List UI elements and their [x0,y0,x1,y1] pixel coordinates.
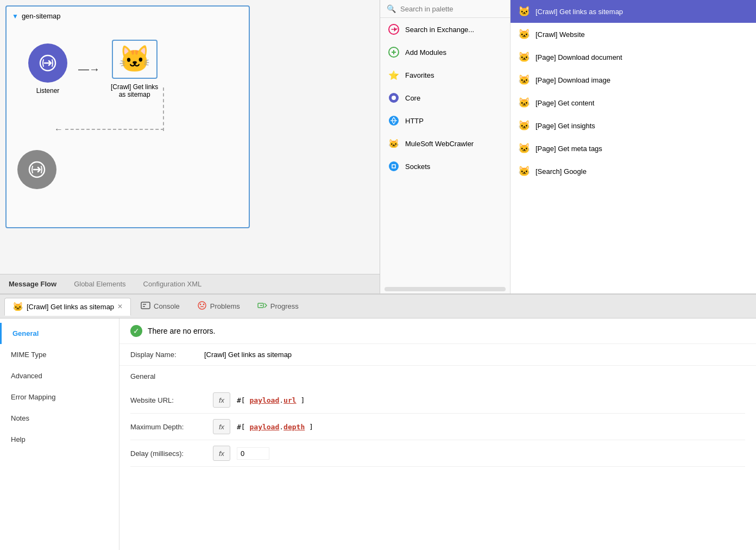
svg-point-7 [392,96,396,100]
tab-message-flow[interactable]: Message Flow [0,276,65,292]
exchange-label: Search in Exchange... [405,26,474,34]
svg-point-16 [203,303,204,305]
palette-item-core[interactable]: Core [380,86,510,109]
listener-label: Listener [36,87,60,95]
crawl-node[interactable]: 🐱 [Crawl] Get links as sitemap [111,40,158,98]
sub-item-crawl-sitemap[interactable]: 🐱 [Crawl] Get links as sitemap [511,0,756,23]
no-errors-text: There are no errors. [148,327,216,335]
sub-item-page-get-content-label: [Page] Get content [536,99,594,107]
canvas-tabs: Message Flow Global Elements Configurati… [0,274,380,293]
bottom-tabs-bar: 🐱 [Crawl] Get links as sitemap ✕ Console… [0,295,756,318]
sub-item-page-download-doc[interactable]: 🐱 [Page] Download document [511,46,756,68]
sub-item-page-download-doc-label: [Page] Download document [536,53,622,61]
crawl-tab-close[interactable]: ✕ [117,303,123,310]
palette-items-list: Search in Exchange... Add Modules ⭐ Favo… [380,18,510,285]
problems-tab-icon [197,301,207,312]
display-name-input[interactable] [204,351,745,359]
palette-item-favorites[interactable]: ⭐ Favorites [380,64,510,86]
palette-item-http[interactable]: HTTP [380,109,510,132]
progress-tab-icon [257,301,267,312]
http-icon [388,115,400,127]
sub-item-page-download-img[interactable]: 🐱 [Page] Download image [511,68,756,91]
tab-problems[interactable]: Problems [190,297,248,316]
flow-name: gen-sitemap [22,12,61,20]
crawl-tab-icon: 🐱 [12,302,23,312]
palette-sub-panel: 🐱 [Crawl] Get links as sitemap 🐱 [Crawl]… [511,0,756,293]
sidebar-item-error-mapping[interactable]: Error Mapping [0,386,119,408]
sub-item-page-download-img-icon: 🐱 [518,74,530,86]
sidebar-item-mime-type[interactable]: MIME Type [0,344,119,365]
max-depth-fx-button[interactable]: fx [213,419,230,434]
max-depth-label: Maximum Depth: [130,423,206,431]
favorites-icon: ⭐ [388,69,400,81]
sidebar-item-advanced[interactable]: Advanced [0,365,119,386]
sub-item-crawl-website[interactable]: 🐱 [Crawl] Website [511,23,756,46]
crawl-node-box: 🐱 [112,40,158,79]
problems-tab-label: Problems [210,302,240,310]
website-url-value: #[ payload.url ] [237,396,305,404]
sub-item-page-get-meta-label: [Page] Get meta tags [536,145,602,153]
listener-node[interactable]: Listener [28,43,67,95]
core-icon [388,92,400,104]
flow-container: ▼ gen-sitemap Listener [5,5,250,228]
sidebar-mime-label: MIME Type [11,351,47,359]
bottom-listener-icon[interactable] [17,150,56,189]
sidebar-general-label: General [12,329,39,338]
http-label: HTTP [405,117,424,125]
max-depth-value: #[ payload.depth ] [237,423,313,431]
properties-content: ✓ There are no errors. Display Name: Gen… [119,318,756,550]
delay-fx-button[interactable]: fx [213,446,230,461]
sockets-label: Sockets [405,162,430,171]
palette-item-sockets[interactable]: Sockets [380,155,510,178]
tab-progress[interactable]: Progress [250,297,306,316]
favorites-label: Favorites [405,71,434,79]
sidebar-advanced-label: Advanced [11,372,42,380]
flow-nodes: Listener —→ 🐱 [Crawl] Get links as sitem… [12,29,243,109]
search-icon: 🔍 [387,4,396,13]
website-url-row: Website URL: fx #[ payload.url ] [130,387,745,414]
console-tab-label: Console [154,302,180,310]
sidebar-notes-label: Notes [11,414,29,422]
sub-item-search-google[interactable]: 🐱 [Search] Google [511,160,756,183]
tab-configuration-xml[interactable]: Configuration XML [135,276,211,292]
tab-crawl-active[interactable]: 🐱 [Crawl] Get links as sitemap ✕ [4,298,131,316]
sidebar-item-general[interactable]: General [0,323,119,344]
sub-item-crawl-website-label: [Crawl] Website [536,30,585,39]
sub-item-page-get-insights[interactable]: 🐱 [Page] Get insights [511,114,756,137]
delay-input[interactable] [237,447,269,460]
canvas-area: ▼ gen-sitemap Listener [0,0,380,293]
search-input[interactable] [400,5,503,13]
tab-global-elements[interactable]: Global Elements [65,276,134,292]
svg-point-10 [389,161,399,171]
palette-item-exchange[interactable]: Search in Exchange... [380,18,510,41]
flow-collapse-icon[interactable]: ▼ [12,12,18,20]
add-modules-icon [388,46,400,58]
sub-item-page-get-meta[interactable]: 🐱 [Page] Get meta tags [511,137,756,160]
palette-item-add-modules[interactable]: Add Modules [380,41,510,64]
flow-arrow: —→ [78,63,100,76]
flow-title: ▼ gen-sitemap [12,12,243,20]
exchange-icon [388,23,400,35]
console-tab-icon [141,302,150,311]
general-section-title: General [130,372,745,380]
delay-row: Delay (millisecs): fx [130,440,745,467]
sub-item-crawl-website-icon: 🐱 [518,28,530,40]
sub-item-page-download-doc-icon: 🐱 [518,51,530,63]
tab-console[interactable]: Console [133,298,187,315]
sidebar-help-label: Help [11,435,26,443]
sidebar-item-notes[interactable]: Notes [0,408,119,429]
properties-sidebar: General MIME Type Advanced Error Mapping… [0,318,119,550]
sidebar-item-help[interactable]: Help [0,429,119,450]
properties-panel: General MIME Type Advanced Error Mapping… [0,318,756,550]
sub-item-page-get-meta-icon: 🐱 [518,142,530,154]
sub-item-page-get-insights-icon: 🐱 [518,120,530,132]
mulesoft-label: MuleSoft WebCrawler [405,140,474,148]
progress-tab-label: Progress [270,302,299,310]
palette-item-mulesoft[interactable]: 🐱 MuleSoft WebCrawler [380,132,510,155]
sub-item-search-google-label: [Search] Google [536,167,587,176]
delay-label: Delay (millisecs): [130,449,206,458]
sub-item-page-download-img-label: [Page] Download image [536,76,610,84]
sub-item-page-get-content[interactable]: 🐱 [Page] Get content [511,91,756,114]
website-url-fx-button[interactable]: fx [213,392,230,408]
palette-scrollbar[interactable] [385,287,506,291]
